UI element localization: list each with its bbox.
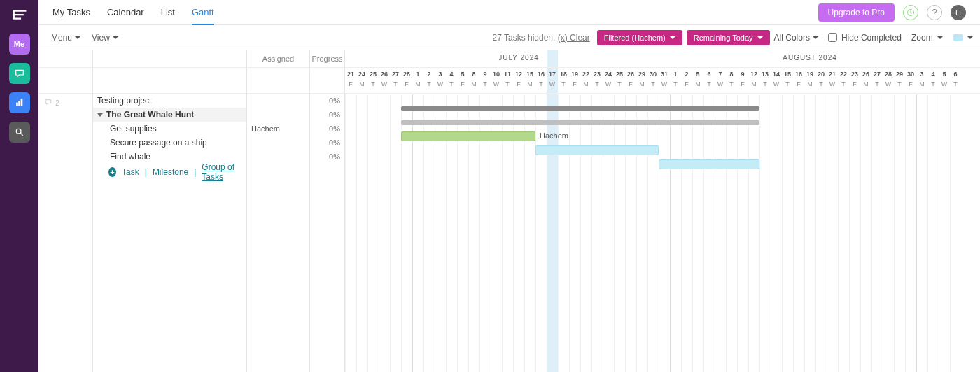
sidebar-chart-button[interactable] — [9, 92, 30, 113]
day-header[interactable]: 15T — [782, 68, 793, 93]
day-header[interactable]: 7W — [715, 68, 726, 93]
day-header[interactable]: 2F — [681, 68, 692, 93]
day-header[interactable]: 22T — [838, 68, 849, 93]
progress-cell: 0% — [310, 122, 344, 136]
hidden-tasks-info: 27 Tasks hidden. (x) Clear — [493, 33, 590, 43]
day-header[interactable]: 29T — [894, 68, 905, 93]
day-header[interactable]: 4T — [446, 68, 457, 93]
day-header[interactable]: 5M — [692, 68, 704, 93]
day-header[interactable]: 16T — [536, 68, 547, 93]
bar-label: Hachem — [540, 131, 568, 140]
svg-rect-2 — [21, 99, 22, 106]
task-row[interactable]: Find whale — [93, 150, 246, 164]
add-row: + Task | Milestone | Group of Tasks — [93, 164, 246, 180]
day-header[interactable]: 23F — [849, 68, 860, 93]
day-header[interactable]: 19M — [804, 68, 816, 93]
comment-count-icon[interactable]: 2 — [44, 98, 59, 107]
day-header[interactable]: 26M — [860, 68, 872, 93]
day-header[interactable]: 9F — [737, 68, 748, 93]
gantt-bar[interactable] — [536, 145, 659, 155]
clear-hidden-link[interactable]: (x) Clear — [558, 33, 590, 43]
day-header[interactable]: 14W — [771, 68, 782, 93]
add-milestone-link[interactable]: Milestone — [153, 167, 188, 177]
day-header[interactable]: 2T — [424, 68, 435, 93]
day-header[interactable]: 4T — [927, 68, 939, 93]
hide-completed-checkbox[interactable]: Hide Completed — [828, 33, 902, 43]
add-plus-icon[interactable]: + — [108, 167, 116, 177]
recent-icon[interactable] — [903, 5, 918, 20]
day-header[interactable]: 3M — [916, 68, 927, 93]
day-header[interactable]: 5W — [939, 68, 950, 93]
filter-pill[interactable]: Filtered (Hachem) — [597, 30, 682, 45]
tab-list[interactable]: List — [161, 0, 175, 24]
day-header[interactable]: 27T — [390, 68, 401, 93]
upgrade-button[interactable]: Upgrade to Pro — [818, 3, 895, 22]
colors-dropdown[interactable]: All Colors — [774, 33, 818, 43]
day-header[interactable]: 1T — [670, 68, 681, 93]
app-sidebar: Me — [0, 0, 38, 372]
color-chip[interactable] — [953, 34, 963, 41]
day-header[interactable]: 18T — [558, 68, 569, 93]
day-header[interactable]: 16F — [793, 68, 804, 93]
day-header[interactable]: 21W — [827, 68, 838, 93]
day-header[interactable]: 20T — [816, 68, 827, 93]
day-header[interactable]: 1M — [412, 68, 424, 93]
svg-point-3 — [16, 129, 21, 134]
day-header[interactable]: 24M — [356, 68, 368, 93]
tab-gantt[interactable]: Gantt — [192, 0, 214, 24]
view-dropdown[interactable]: View — [86, 30, 124, 45]
day-header[interactable]: 29M — [636, 68, 648, 93]
gantt-bar[interactable] — [401, 106, 760, 111]
day-header[interactable]: 10W — [491, 68, 502, 93]
day-header[interactable]: 24W — [603, 68, 614, 93]
day-header[interactable]: 15M — [524, 68, 536, 93]
day-header[interactable]: 8T — [726, 68, 737, 93]
day-header[interactable]: 9T — [479, 68, 491, 93]
day-header[interactable]: 26W — [379, 68, 390, 93]
gantt-bar[interactable] — [401, 131, 536, 141]
user-avatar[interactable]: H — [951, 5, 966, 20]
day-header[interactable]: 12F — [513, 68, 524, 93]
task-row[interactable]: Get supplies — [93, 122, 246, 136]
add-group-link[interactable]: Group of Tasks — [202, 162, 246, 182]
day-header[interactable]: 8M — [468, 68, 479, 93]
day-header[interactable]: 3W — [435, 68, 446, 93]
day-header[interactable]: 31W — [659, 68, 670, 93]
menu-dropdown[interactable]: Menu — [46, 30, 86, 45]
sidebar-me-button[interactable]: Me — [9, 34, 30, 55]
day-header[interactable]: 21F — [345, 68, 356, 93]
day-header[interactable]: 28W — [883, 68, 894, 93]
sidebar-search-button[interactable] — [9, 122, 30, 143]
task-row[interactable]: Secure passage on a ship — [93, 136, 246, 150]
task-row[interactable]: The Great Whale Hunt — [93, 108, 246, 122]
day-header[interactable]: 13T — [760, 68, 771, 93]
remaining-today-pill[interactable]: Remaining Today — [687, 30, 770, 45]
day-header[interactable]: 6T — [950, 68, 961, 93]
day-header[interactable]: 22M — [580, 68, 592, 93]
day-header[interactable]: 28F — [401, 68, 412, 93]
gantt-bar[interactable] — [659, 159, 760, 169]
day-header[interactable]: 11T — [502, 68, 513, 93]
gantt-timeline[interactable]: JULY 2024AUGUST 2024 21F24M25T26W27T28F1… — [345, 50, 980, 372]
day-header[interactable]: 30T — [648, 68, 659, 93]
sidebar-chat-button[interactable] — [9, 63, 30, 84]
app-logo[interactable] — [10, 7, 29, 25]
help-icon[interactable]: ? — [927, 5, 942, 20]
day-header[interactable]: 30F — [905, 68, 916, 93]
day-header[interactable]: 27T — [872, 68, 883, 93]
day-header[interactable]: 23T — [592, 68, 603, 93]
day-header[interactable]: 26F — [625, 68, 636, 93]
day-header[interactable]: 6T — [704, 68, 715, 93]
day-header[interactable]: 19F — [569, 68, 580, 93]
task-row[interactable]: Testing project — [93, 94, 246, 108]
day-header[interactable]: 5F — [457, 68, 468, 93]
gantt-bar[interactable] — [401, 120, 760, 125]
day-header[interactable]: 25T — [368, 68, 379, 93]
add-task-link[interactable]: Task — [122, 167, 139, 177]
zoom-dropdown[interactable]: Zoom — [911, 33, 973, 43]
day-header[interactable]: 17W — [547, 68, 558, 93]
tab-my-tasks[interactable]: My Tasks — [52, 0, 90, 24]
tab-calendar[interactable]: Calendar — [107, 0, 144, 24]
day-header[interactable]: 25T — [614, 68, 625, 93]
day-header[interactable]: 12M — [748, 68, 760, 93]
